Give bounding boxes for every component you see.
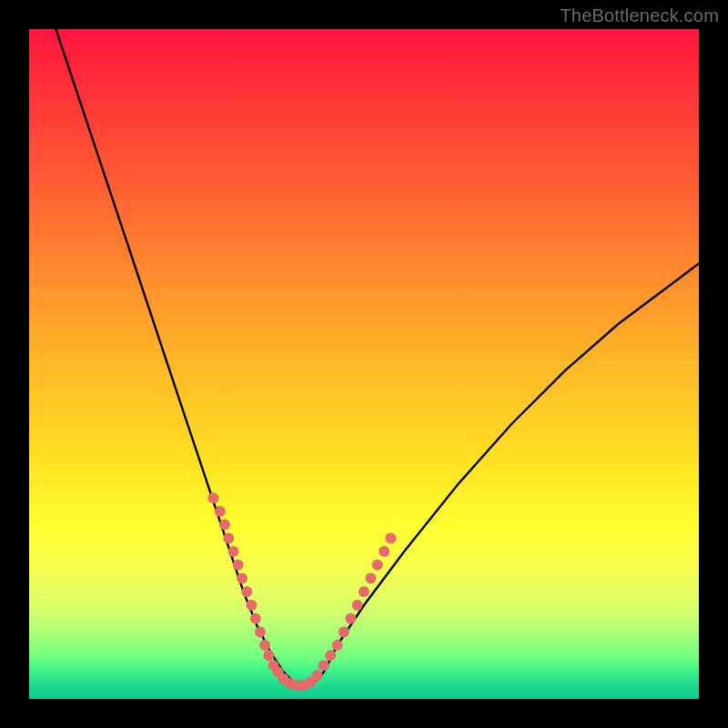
sample-dot — [246, 600, 257, 611]
sample-dot — [259, 640, 270, 651]
sample-dot — [325, 650, 336, 661]
sample-dot — [359, 586, 369, 597]
chart-frame: TheBottleneck.com — [0, 0, 728, 728]
sample-dot — [233, 560, 244, 571]
sample-dot — [372, 560, 383, 571]
sample-dot — [385, 532, 396, 543]
sample-dot — [365, 573, 376, 584]
sample-dot — [207, 492, 218, 503]
curve-layer — [29, 29, 699, 699]
sample-dot — [339, 626, 349, 637]
sample-dot — [255, 626, 266, 637]
sample-dot — [237, 573, 248, 584]
sample-dot — [264, 650, 275, 661]
sample-dot — [312, 670, 323, 681]
sample-dot — [318, 660, 329, 671]
sample-dot — [215, 506, 226, 517]
sample-dot — [241, 586, 252, 597]
sample-dots — [207, 492, 396, 691]
sample-dot — [223, 532, 234, 543]
watermark-text: TheBottleneck.com — [560, 5, 719, 26]
plot-area — [29, 29, 699, 699]
bottleneck-curve — [56, 29, 699, 685]
sample-dot — [379, 546, 389, 557]
sample-dot — [345, 613, 356, 624]
sample-dot — [219, 520, 230, 531]
sample-dot — [250, 613, 261, 624]
sample-dot — [352, 600, 363, 611]
sample-dot — [228, 546, 239, 557]
sample-dot — [332, 640, 343, 651]
